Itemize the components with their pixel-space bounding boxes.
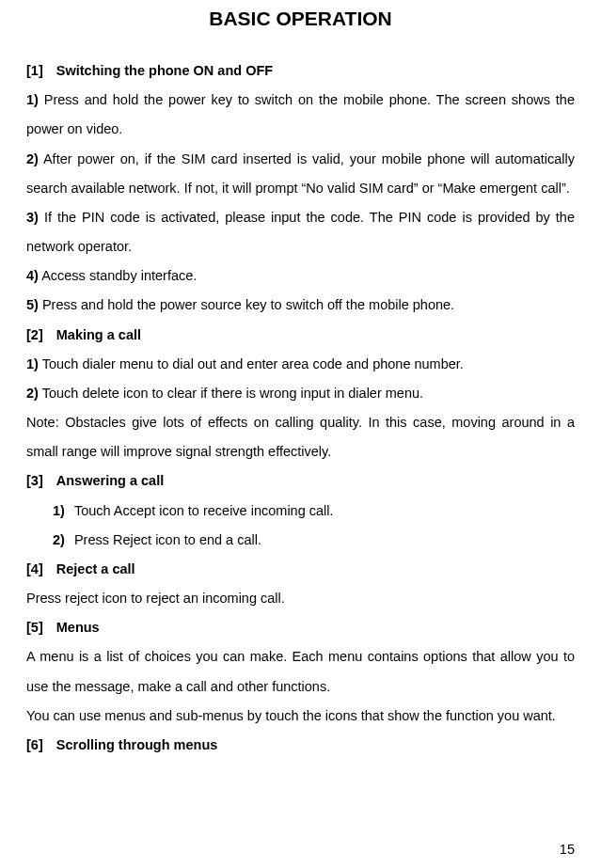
s2-note: Note: Obstacles give lots of effects on … bbox=[26, 408, 575, 466]
item-text: Press and hold the power source key to s… bbox=[39, 297, 454, 312]
s4-body: Press reject icon to reject an incoming … bbox=[26, 584, 575, 613]
s1-item-2: 2) After power on, if the SIM card inser… bbox=[26, 145, 575, 203]
item-text: Touch delete icon to clear if there is w… bbox=[39, 386, 423, 401]
section-head: Menus bbox=[56, 620, 100, 635]
s5-p2: You can use menus and sub-menus by touch… bbox=[26, 702, 575, 731]
section-head: Answering a call bbox=[56, 473, 164, 488]
section-head: Switching the phone ON and OFF bbox=[56, 63, 273, 78]
s1-item-1: 1) Press and hold the power key to switc… bbox=[26, 86, 575, 144]
item-bullet: 2) bbox=[26, 151, 39, 166]
section-6-header: [6] Scrolling through menus bbox=[26, 731, 575, 760]
item-text: Access standby interface. bbox=[39, 268, 197, 283]
item-bullet: 1) bbox=[26, 356, 39, 371]
section-head: Scrolling through menus bbox=[56, 737, 218, 752]
section-4-header: [4] Reject a call bbox=[26, 555, 575, 584]
item-text: Touch Accept icon to receive incoming ca… bbox=[74, 503, 334, 518]
s1-item-5: 5) Press and hold the power source key t… bbox=[26, 291, 575, 320]
item-bullet: 2) bbox=[53, 532, 65, 547]
item-bullet: 3) bbox=[26, 210, 39, 225]
item-bullet: 1) bbox=[53, 503, 65, 518]
s5-p1: A menu is a list of choices you can make… bbox=[26, 642, 575, 701]
item-text: After power on, if the SIM card inserted… bbox=[26, 151, 575, 196]
section-1-header: [1] Switching the phone ON and OFF bbox=[26, 56, 575, 86]
s1-item-4: 4) Access standby interface. bbox=[26, 261, 575, 291]
section-3-header: [3] Answering a call bbox=[26, 466, 575, 496]
section-head: Making a call bbox=[56, 327, 141, 342]
s1-item-3: 3) If the PIN code is activated, please … bbox=[26, 203, 575, 261]
section-num: [5] bbox=[26, 620, 43, 635]
item-bullet: 1) bbox=[26, 92, 39, 107]
section-5-header: [5] Menus bbox=[26, 613, 575, 642]
section-head: Reject a call bbox=[56, 561, 135, 576]
item-bullet: 4) bbox=[26, 268, 39, 283]
s3-item-2: 2)Press Reject icon to end a call. bbox=[26, 526, 575, 555]
item-bullet: 5) bbox=[26, 297, 39, 312]
section-num: [6] bbox=[26, 737, 43, 752]
section-num: [1] bbox=[26, 63, 43, 78]
s2-item-2: 2) Touch delete icon to clear if there i… bbox=[26, 379, 575, 408]
item-text: Press Reject icon to end a call. bbox=[74, 532, 261, 547]
page-number: 15 bbox=[560, 842, 575, 857]
section-num: [2] bbox=[26, 327, 43, 342]
page-title: BASIC OPERATION bbox=[26, 8, 575, 30]
item-text: Press and hold the power key to switch o… bbox=[26, 92, 575, 136]
item-text: If the PIN code is activated, please inp… bbox=[26, 210, 575, 254]
s3-item-1: 1)Touch Accept icon to receive incoming … bbox=[26, 497, 575, 526]
section-2-header: [2] Making a call bbox=[26, 321, 575, 350]
s2-item-1: 1) Touch dialer menu to dial out and ent… bbox=[26, 350, 575, 379]
item-text: Touch dialer menu to dial out and enter … bbox=[39, 356, 464, 371]
section-num: [4] bbox=[26, 561, 43, 576]
item-bullet: 2) bbox=[26, 386, 39, 401]
section-num: [3] bbox=[26, 473, 43, 488]
